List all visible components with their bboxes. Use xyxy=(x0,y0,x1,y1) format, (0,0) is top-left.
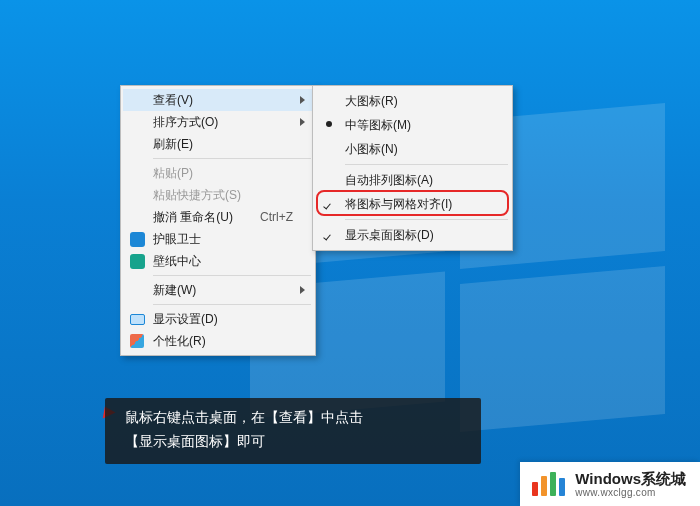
windows-desktop[interactable]: 查看(V) 排序方式(O) 刷新(E) 粘贴(P) 粘贴快捷方式(S) 撤消 重… xyxy=(0,0,700,506)
menu-item-label: 自动排列图标(A) xyxy=(345,173,433,187)
personalize-icon xyxy=(129,333,145,349)
submenu-item-show-desktop-icons[interactable]: 显示桌面图标(D) xyxy=(315,223,510,247)
submenu-item-align-to-grid[interactable]: 将图标与网格对齐(I) xyxy=(315,192,510,216)
tutorial-caption: 鼠标右键点击桌面，在【查看】中点击 【显示桌面图标】即可 xyxy=(105,398,481,464)
menu-item-undo-rename[interactable]: 撤消 重命名(U) Ctrl+Z xyxy=(123,206,313,228)
menu-item-wallpaper-center[interactable]: 壁纸中心 xyxy=(123,250,313,272)
submenu-item-large-icons[interactable]: 大图标(R) xyxy=(315,89,510,113)
menu-item-eye-guard[interactable]: 护眼卫士 xyxy=(123,228,313,250)
menu-item-refresh[interactable]: 刷新(E) xyxy=(123,133,313,155)
checkmark-icon xyxy=(321,226,337,242)
menu-separator xyxy=(153,304,311,305)
menu-item-label: 粘贴快捷方式(S) xyxy=(153,188,241,202)
desktop-context-menu: 查看(V) 排序方式(O) 刷新(E) 粘贴(P) 粘贴快捷方式(S) 撤消 重… xyxy=(120,85,316,356)
menu-item-label: 排序方式(O) xyxy=(153,115,218,129)
submenu-item-medium-icons[interactable]: 中等图标(M) xyxy=(315,113,510,137)
view-submenu: 大图标(R) 中等图标(M) 小图标(N) 自动排列图标(A) 将图标与网格对齐… xyxy=(312,85,513,251)
menu-item-label: 粘贴(P) xyxy=(153,166,193,180)
caption-line-2: 【显示桌面图标】即可 xyxy=(125,430,465,454)
menu-item-label: 壁纸中心 xyxy=(153,254,201,268)
watermark-title: Windows系统城 xyxy=(575,470,686,487)
menu-item-label: 大图标(R) xyxy=(345,94,398,108)
radio-slot xyxy=(321,92,337,108)
menu-item-label: 查看(V) xyxy=(153,93,193,107)
display-icon xyxy=(129,311,145,327)
app-icon xyxy=(129,253,145,269)
menu-separator xyxy=(153,275,311,276)
checkmark-icon xyxy=(321,195,337,211)
site-watermark: Windows系统城 www.wxclgg.com xyxy=(520,462,700,506)
menu-separator xyxy=(345,164,508,165)
radio-dot-icon xyxy=(321,116,337,132)
check-slot xyxy=(321,171,337,187)
watermark-logo-icon xyxy=(532,472,565,496)
menu-item-view[interactable]: 查看(V) xyxy=(123,89,313,111)
menu-separator xyxy=(345,219,508,220)
menu-item-personalize[interactable]: 个性化(R) xyxy=(123,330,313,352)
menu-item-new[interactable]: 新建(W) xyxy=(123,279,313,301)
menu-item-label: 显示设置(D) xyxy=(153,312,218,326)
menu-item-paste: 粘贴(P) xyxy=(123,162,313,184)
menu-item-label: 新建(W) xyxy=(153,283,196,297)
radio-slot xyxy=(321,140,337,156)
menu-item-paste-shortcut: 粘贴快捷方式(S) xyxy=(123,184,313,206)
menu-item-sort[interactable]: 排序方式(O) xyxy=(123,111,313,133)
menu-item-label: 刷新(E) xyxy=(153,137,193,151)
menu-item-label: 中等图标(M) xyxy=(345,118,411,132)
submenu-arrow-icon xyxy=(300,118,305,126)
menu-item-label: 将图标与网格对齐(I) xyxy=(345,197,452,211)
submenu-item-auto-arrange[interactable]: 自动排列图标(A) xyxy=(315,168,510,192)
menu-item-label: 显示桌面图标(D) xyxy=(345,228,434,242)
menu-item-label: 撤消 重命名(U) xyxy=(153,210,233,224)
app-icon xyxy=(129,231,145,247)
submenu-arrow-icon xyxy=(300,96,305,104)
menu-item-display-settings[interactable]: 显示设置(D) xyxy=(123,308,313,330)
watermark-url: www.wxclgg.com xyxy=(575,487,686,499)
submenu-item-small-icons[interactable]: 小图标(N) xyxy=(315,137,510,161)
menu-item-label: 护眼卫士 xyxy=(153,232,201,246)
menu-item-accelerator: Ctrl+Z xyxy=(260,206,293,228)
menu-item-label: 个性化(R) xyxy=(153,334,206,348)
menu-separator xyxy=(153,158,311,159)
caption-line-1: 鼠标右键点击桌面，在【查看】中点击 xyxy=(125,406,465,430)
submenu-arrow-icon xyxy=(300,286,305,294)
menu-item-label: 小图标(N) xyxy=(345,142,398,156)
